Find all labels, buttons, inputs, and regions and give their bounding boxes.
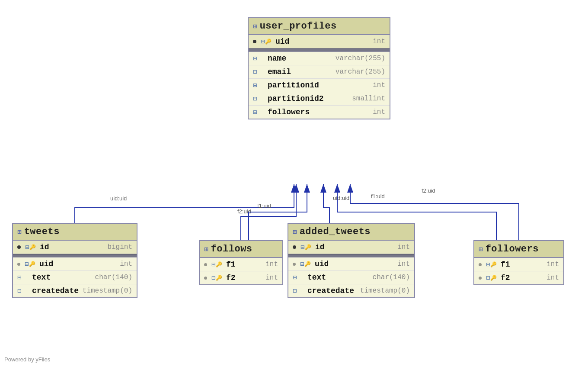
table-name-followers: followers	[486, 244, 539, 254]
field-name-f2-followers: f2	[501, 274, 535, 282]
svg-text:f1:uid: f1:uid	[371, 193, 385, 200]
field-type-followers-up: int	[373, 108, 385, 116]
field-name-createdate-tweets: createdate	[32, 287, 79, 295]
pk-row-id-added-tweets: ⊟ 🔑 id int	[288, 241, 414, 254]
field-name-followers-up: followers	[268, 108, 310, 116]
row-name: ⊟ name varchar(255)	[249, 52, 390, 65]
row-createdate-tweets: ⊟ createdate timestamp(0)	[13, 284, 137, 297]
field-type-f1-follows: int	[265, 261, 278, 268]
field-name-f2-follows: f2	[226, 274, 261, 282]
table-user-profiles: ⊞ user_profiles ⊟ 🔑 uid int ⊟ name varch…	[248, 17, 390, 119]
body-user-profiles: ⊟ name varchar(255) ⊟ email varchar(255)…	[249, 52, 390, 119]
field-name-text-tweets: text	[32, 273, 67, 282]
row-text-added-tweets: ⊟ text char(140)	[288, 271, 414, 284]
field-type-f2-followers: int	[546, 274, 559, 282]
table-followers: ⊞ followers ⊟ 🔑 f1 int ⊟ 🔑 f2 int	[473, 240, 564, 285]
divider-tweets	[13, 254, 137, 258]
field-name-f1-follows: f1	[226, 260, 261, 269]
field-icon-uid-tweets: ⊟ 🔑	[25, 260, 37, 268]
field-icon-createdate-tweets: ⊟	[17, 287, 29, 295]
field-type-name: varchar(255)	[336, 55, 385, 62]
row-partitionid2: ⊟ partitionid2 smallint	[249, 92, 390, 106]
field-icon-email: ⊟	[253, 68, 265, 76]
field-name-partitionid2: partitionid2	[268, 94, 324, 103]
svg-text:f2:uid: f2:uid	[237, 208, 251, 215]
powered-by-label: Powered by yFiles	[4, 356, 50, 363]
pk-dot-tweets	[17, 245, 21, 249]
table-name-tweets: tweets	[24, 226, 60, 237]
pk-dot	[253, 40, 256, 43]
field-type-partitionid2: smallint	[352, 95, 385, 103]
field-type-partitionid: int	[373, 81, 385, 89]
row-followers-up: ⊟ followers int	[249, 106, 390, 119]
field-icon-f2-followers: ⊟ 🔑	[486, 274, 498, 282]
field-name-id-tweets: id	[40, 243, 74, 251]
table-name-added-tweets: added_tweets	[300, 226, 371, 237]
field-name-createdate-added-tweets: createdate	[307, 287, 354, 295]
divider-user-profiles	[249, 48, 390, 52]
row-f1-follows: ⊟ 🔑 f1 int	[200, 258, 282, 271]
field-type-f1-followers: int	[546, 261, 559, 268]
row-uid-added-tweets: ⊟ 🔑 uid int	[288, 258, 414, 271]
field-icon-f1-followers: ⊟ 🔑	[486, 261, 498, 268]
svg-text:f1:uid: f1:uid	[257, 203, 271, 209]
field-icon-text-added-tweets: ⊟	[293, 274, 305, 281]
field-name-uid-up: uid	[275, 37, 310, 46]
field-name-partitionid: partitionid	[268, 81, 319, 90]
table-header-followers: ⊞ followers	[474, 241, 563, 258]
table-name-follows: follows	[211, 244, 252, 254]
row-email: ⊟ email varchar(255)	[249, 65, 390, 79]
pk-row-uid-user-profiles: ⊟ 🔑 uid int	[249, 35, 390, 48]
divider-added-tweets	[288, 254, 414, 258]
table-follows: ⊞ follows ⊟ 🔑 f1 int ⊟ 🔑 f2 int	[199, 240, 283, 285]
field-icon-partitionid: ⊟	[253, 81, 265, 89]
field-name-uid-tweets: uid	[39, 260, 74, 268]
field-name-id-added-tweets: id	[315, 243, 350, 251]
svg-text:uid:uid: uid:uid	[333, 195, 349, 201]
field-icon-followers-up: ⊟	[253, 108, 265, 116]
table-header-follows: ⊞ follows	[200, 241, 282, 258]
field-icon-id-tweets: ⊟ 🔑	[25, 243, 37, 251]
field-type-uid-tweets: int	[120, 260, 132, 268]
field-icon-f1-follows: ⊟ 🔑	[211, 261, 224, 268]
body-tweets: ⊟ 🔑 uid int ⊟ text char(140) ⊟ createdat…	[13, 258, 137, 297]
body-followers: ⊟ 🔑 f1 int ⊟ 🔑 f2 int	[474, 258, 563, 284]
table-header-tweets: ⊞ tweets	[13, 224, 137, 241]
field-type-id-added-tweets: int	[397, 243, 410, 251]
field-type-email: varchar(255)	[336, 68, 385, 76]
row-uid-tweets: ⊟ 🔑 uid int	[13, 258, 137, 271]
field-type-text-tweets: char(140)	[95, 274, 132, 281]
field-icon-f2-follows: ⊟ 🔑	[211, 274, 224, 282]
table-icon-follows: ⊞	[204, 245, 208, 254]
table-icon-followers: ⊞	[479, 245, 483, 254]
field-name-email: email	[268, 68, 302, 76]
pk-dot-added-tweets	[293, 245, 296, 249]
field-icon-text-tweets: ⊟	[17, 274, 29, 281]
field-icon-uid: ⊟ 🔑	[261, 38, 273, 45]
field-type-text-added-tweets: char(140)	[373, 274, 410, 281]
row-partitionid: ⊟ partitionid int	[249, 79, 390, 92]
body-follows: ⊟ 🔑 f1 int ⊟ 🔑 f2 int	[200, 258, 282, 284]
table-added-tweets: ⊞ added_tweets ⊟ 🔑 id int ⊟ 🔑 uid int	[288, 223, 415, 298]
diagram-container: uid:uid f2:uid f1:uid uid:uid f1:uid f2:…	[0, 0, 588, 367]
row-f1-followers: ⊟ 🔑 f1 int	[474, 258, 563, 271]
field-name-uid-added-tweets: uid	[315, 260, 349, 268]
field-name-text-added-tweets: text	[307, 273, 342, 282]
table-icon-user-profiles: ⊞	[253, 22, 257, 31]
table-tweets: ⊞ tweets ⊟ 🔑 id bigint ⊟ 🔑 uid int	[12, 223, 137, 298]
table-header-added-tweets: ⊞ added_tweets	[288, 224, 414, 241]
svg-text:uid:uid: uid:uid	[110, 195, 127, 202]
field-icon-createdate-added-tweets: ⊟	[293, 287, 305, 295]
row-createdate-added-tweets: ⊟ createdate timestamp(0)	[288, 284, 414, 297]
field-type-createdate-tweets: timestamp(0)	[83, 287, 132, 295]
field-icon-partitionid2: ⊟	[253, 95, 265, 103]
field-type-uid-added-tweets: int	[397, 260, 410, 268]
field-icon-uid-added-tweets: ⊟ 🔑	[300, 260, 312, 268]
table-icon-added-tweets: ⊞	[293, 228, 297, 236]
table-header-user-profiles: ⊞ user_profiles	[249, 18, 390, 35]
table-icon-tweets: ⊞	[17, 228, 22, 236]
table-name-user-profiles: user_profiles	[260, 21, 337, 32]
field-name-name: name	[268, 54, 302, 63]
field-type-uid-up: int	[373, 38, 385, 45]
pk-row-id-tweets: ⊟ 🔑 id bigint	[13, 241, 137, 254]
